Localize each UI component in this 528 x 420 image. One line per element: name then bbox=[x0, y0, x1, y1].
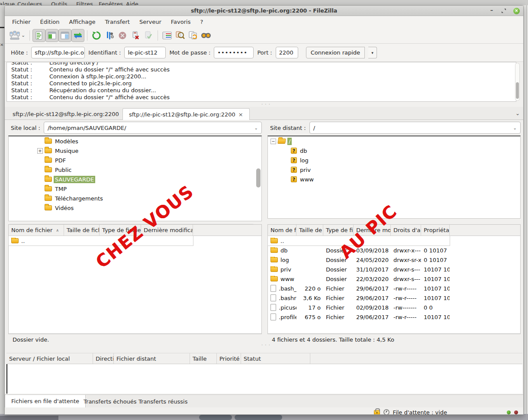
file-row[interactable]: .bash_... 220 o Fichier 29/06/2017 ... -… bbox=[268, 284, 450, 293]
local-tree-item[interactable]: PDF bbox=[9, 155, 261, 165]
log-scrollbar[interactable] bbox=[515, 63, 520, 101]
toggle-queue-button[interactable] bbox=[71, 29, 84, 42]
filter-button[interactable] bbox=[161, 29, 174, 42]
lock-icon[interactable] bbox=[374, 410, 380, 415]
remote-path-combo[interactable]: / ⌄ bbox=[309, 122, 521, 134]
column-header[interactable]: Taille de fich bbox=[64, 225, 100, 236]
column-header[interactable]: Priorité bbox=[217, 353, 241, 364]
minimize-button[interactable]: – bbox=[489, 8, 494, 13]
scrollbar-thumb[interactable] bbox=[256, 168, 261, 187]
column-header[interactable]: Taille de fic bbox=[296, 225, 323, 236]
column-header[interactable]: Statut bbox=[241, 353, 310, 364]
tab-close-icon[interactable]: × bbox=[238, 111, 243, 118]
message-log[interactable]: Statut :Listing directory / Statut :Cont… bbox=[6, 62, 516, 102]
toggle-remote-tree-button[interactable] bbox=[58, 29, 71, 42]
file-row[interactable]: .picuse... 17 o Fichier 02/09/2018 ... -… bbox=[268, 303, 450, 312]
menu-item[interactable]: ? bbox=[196, 17, 207, 26]
synchronized-browsing-button[interactable] bbox=[187, 29, 200, 42]
menu-item[interactable]: Transfert bbox=[101, 17, 134, 26]
menu-item[interactable]: Affichage bbox=[65, 17, 99, 26]
local-tree[interactable]: Modèles + Musique PDF Public SAUVEGAR bbox=[8, 136, 262, 221]
file-row[interactable]: .bashrc 3,6 Ko Fichier 29/06/2017 ... -r… bbox=[268, 293, 450, 303]
menu-item[interactable]: Fichier bbox=[8, 17, 35, 26]
local-tree-item[interactable]: Téléchargements bbox=[9, 194, 261, 203]
file-name: .. bbox=[280, 238, 284, 244]
splitter-handle[interactable]: · · · bbox=[261, 342, 270, 347]
quickconnect-dropdown-button[interactable]: ▾ bbox=[368, 47, 377, 58]
remote-tree-item[interactable]: − / bbox=[268, 136, 520, 146]
remote-tree[interactable]: − / db log priv bbox=[267, 136, 521, 219]
remote-tree-item[interactable]: db bbox=[268, 146, 520, 155]
bg-menu-calque[interactable]: Calque bbox=[0, 1, 15, 5]
local-path-combo[interactable]: /home/pman/SAUVEGARDE/ ⌄ bbox=[44, 122, 262, 134]
reconnect-button[interactable] bbox=[142, 29, 155, 42]
remote-tree-item[interactable]: priv bbox=[268, 165, 520, 174]
bg-menu-filtres[interactable]: Filtres bbox=[76, 1, 93, 5]
column-header[interactable]: Nom de fich bbox=[268, 225, 296, 236]
password-input[interactable]: •••••••• bbox=[214, 47, 254, 58]
local-tree-scrollbar[interactable] bbox=[256, 137, 261, 213]
chevron-down-icon[interactable]: ⌄ bbox=[513, 126, 517, 130]
compare-directories-button[interactable] bbox=[174, 29, 187, 42]
tab-queued-files[interactable]: Fichiers en file d'attente bbox=[5, 395, 86, 408]
toggle-log-view-button[interactable] bbox=[32, 29, 45, 42]
column-header[interactable]: Taille bbox=[190, 353, 217, 364]
column-header[interactable]: Droits d'accè bbox=[391, 225, 421, 236]
host-input[interactable]: sftp://sftp.le-pic.or bbox=[31, 47, 85, 58]
local-tree-item[interactable]: SAUVEGARDE bbox=[9, 174, 261, 184]
bg-menu-fenetres[interactable]: Fenêtres bbox=[99, 1, 123, 5]
disconnect-button[interactable] bbox=[129, 29, 142, 42]
local-tree-item[interactable]: + Musique bbox=[9, 146, 261, 155]
local-tree-item[interactable]: Public bbox=[9, 165, 261, 174]
bg-menu-outils[interactable]: Outils bbox=[51, 1, 68, 5]
column-header[interactable]: Nom de fichier bbox=[9, 225, 64, 236]
process-queue-button[interactable] bbox=[103, 29, 116, 42]
column-header[interactable]: Serveur / Fichier local bbox=[6, 353, 93, 364]
restore-button[interactable] bbox=[501, 8, 506, 13]
cancel-operation-button[interactable] bbox=[116, 29, 129, 42]
search-files-button[interactable] bbox=[200, 29, 212, 42]
site-manager-dropdown-icon[interactable]: ⌄ bbox=[21, 32, 25, 38]
file-row[interactable]: .. bbox=[9, 236, 193, 246]
titlebar[interactable]: sftp://le-pic-st12@sftp.le-pic.org:2200 … bbox=[5, 6, 523, 16]
site-manager-button[interactable] bbox=[8, 29, 21, 42]
username-input[interactable]: le-pic-st12 bbox=[124, 47, 166, 58]
file-row[interactable]: log Dossier 24/05/2020 ... drwxr-sr-x 0 … bbox=[268, 255, 450, 265]
queue-body[interactable] bbox=[6, 364, 522, 394]
column-header[interactable]: Direction bbox=[93, 353, 114, 364]
speed-limit-icon[interactable] bbox=[383, 409, 390, 415]
local-tree-item[interactable]: Vidéos bbox=[9, 203, 261, 213]
bg-menu-aide[interactable]: Aide bbox=[126, 1, 138, 5]
taskbar-button[interactable] bbox=[235, 415, 282, 420]
server-tab-2[interactable]: sftp://le-pic-st12@sftp.le-pic.org:2200 … bbox=[122, 108, 250, 120]
chevron-down-icon[interactable]: ⌄ bbox=[254, 126, 258, 130]
menu-item[interactable]: Serveur bbox=[135, 17, 165, 26]
file-row[interactable]: priv Dossier 31/10/2017 ... drwxr-s--- 1… bbox=[268, 265, 450, 274]
tree-expander-icon[interactable]: − bbox=[270, 139, 276, 144]
bg-menu-couleurs[interactable]: Couleurs bbox=[17, 1, 42, 5]
column-header[interactable]: Propriétaire/ bbox=[421, 225, 450, 236]
file-row[interactable]: .profile 675 o Fichier 29/06/2017 ... -r… bbox=[268, 312, 450, 322]
local-tree-item[interactable]: Modèles bbox=[9, 136, 261, 146]
column-header[interactable]: Fichier distant bbox=[114, 353, 190, 364]
taskbar-button[interactable] bbox=[199, 415, 232, 420]
tree-expander-icon[interactable]: + bbox=[37, 148, 43, 154]
close-button[interactable]: × bbox=[513, 8, 520, 14]
column-header[interactable]: Type de fich bbox=[323, 225, 354, 236]
refresh-button[interactable] bbox=[90, 29, 103, 42]
file-row[interactable]: www Dossier 22/03/2020 ... drwxr-s--- 10… bbox=[268, 274, 450, 284]
server-tab-1[interactable]: sftp://le-pic-st12@sftp.le-pic.org:2200 … bbox=[6, 108, 133, 120]
remote-tree-item[interactable]: log bbox=[268, 155, 520, 165]
port-input[interactable]: 2200 bbox=[276, 47, 298, 58]
menu-item[interactable]: Favoris bbox=[167, 17, 195, 26]
menu-item[interactable]: Édition bbox=[36, 17, 64, 26]
local-tree-item[interactable]: TMP bbox=[9, 184, 261, 194]
log-scrollbar-thumb[interactable] bbox=[516, 82, 519, 99]
quickconnect-button[interactable]: Connexion rapide bbox=[306, 47, 365, 58]
remote-file-list[interactable]: Nom de fichTaille de ficType de fichDern… bbox=[267, 224, 521, 334]
splitter-handle[interactable]: · · · bbox=[261, 102, 270, 107]
toggle-local-tree-button[interactable] bbox=[45, 29, 58, 42]
tab-successful-transfers[interactable]: Transferts réussis bbox=[132, 395, 194, 408]
tab-list-chevron-icon[interactable]: ⌄ bbox=[515, 110, 520, 116]
remote-tree-item[interactable]: www bbox=[268, 174, 520, 184]
